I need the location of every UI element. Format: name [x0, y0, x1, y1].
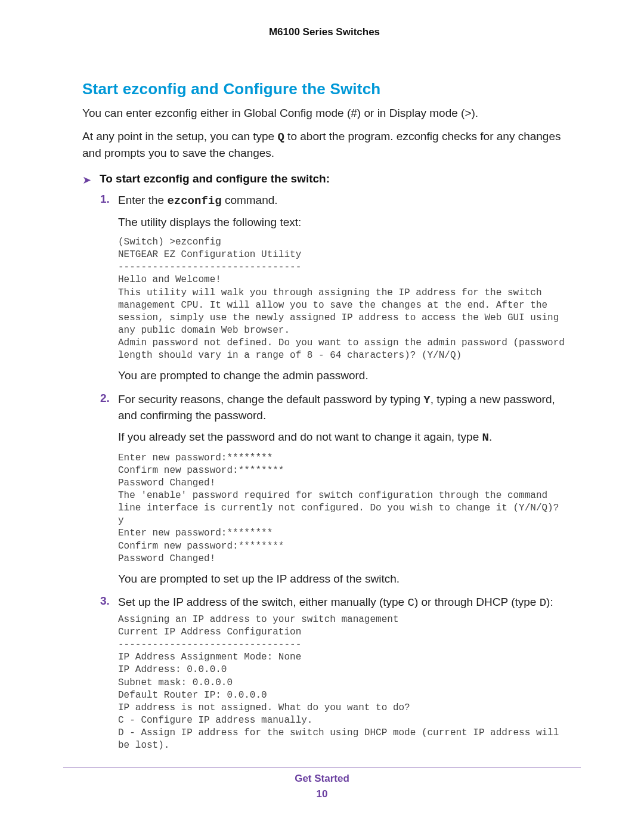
- intro-2-code: Q: [277, 131, 284, 144]
- intro-para-1: You can enter ezconfig either in Global …: [82, 106, 566, 120]
- step-1: 1. Enter the ezconfig command. The utili…: [100, 193, 566, 383]
- step-3-code2: D: [540, 596, 546, 609]
- page-footer: Get Started 10: [0, 773, 644, 800]
- procedure-title: To start ezconfig and configure the swit…: [100, 172, 330, 185]
- procedure-heading: ➤ To start ezconfig and configure the sw…: [82, 172, 566, 185]
- document-page: M6100 Series Switches Start ezconfig and…: [0, 0, 644, 833]
- step-2-sub1-a: If you already set the password and do n…: [118, 431, 482, 443]
- step-3-text-b: ) or through DHCP (type: [414, 596, 540, 608]
- step-2-sub1-code: N: [482, 431, 489, 444]
- footer-page-number: 10: [317, 788, 328, 800]
- intro-2a: At any point in the setup, you can type: [82, 130, 277, 143]
- step-2-sub1-b: .: [489, 431, 492, 443]
- section-title: Start ezconfig and Configure the Switch: [82, 80, 566, 98]
- footer-rule: [63, 767, 581, 767]
- step-2-console: Enter new password:******** Confirm new …: [118, 452, 566, 565]
- chevron-right-icon: ➤: [82, 175, 91, 185]
- step-1-console: (Switch) >ezconfig NETGEAR EZ Configurat…: [118, 236, 566, 362]
- step-1-text-b: command.: [222, 194, 278, 206]
- step-1-text: Enter the ezconfig command.: [118, 193, 566, 209]
- step-3-code1: C: [407, 596, 414, 609]
- step-3-text-c: ):: [546, 596, 553, 608]
- step-2: 2. For security reasons, change the defa…: [100, 392, 566, 587]
- step-3: 3. Set up the IP address of the switch, …: [100, 594, 566, 752]
- step-2-sub1: If you already set the password and do n…: [118, 429, 566, 446]
- step-number: 2.: [100, 392, 110, 405]
- step-2-sub2: You are prompted to set up the IP addres…: [118, 571, 566, 587]
- step-1-code: ezconfig: [167, 194, 221, 208]
- step-2-text: For security reasons, change the default…: [118, 392, 566, 423]
- step-3-console: Assigning an IP address to your switch m…: [118, 614, 566, 752]
- running-header: M6100 Series Switches: [82, 26, 566, 38]
- step-3-text: Set up the IP address of the switch, eit…: [118, 594, 566, 611]
- footer-label: Get Started: [0, 773, 644, 785]
- procedure-steps: 1. Enter the ezconfig command. The utili…: [82, 193, 566, 752]
- step-number: 1.: [100, 193, 110, 206]
- step-number: 3.: [100, 594, 110, 608]
- step-2-code1: Y: [423, 394, 430, 407]
- step-1-sub2: You are prompted to change the admin pas…: [118, 368, 566, 383]
- step-2-text-a: For security reasons, change the default…: [118, 393, 423, 405]
- step-1-text-a: Enter the: [118, 194, 167, 206]
- step-1-sub1: The utility displays the following text:: [118, 215, 566, 230]
- intro-para-2: At any point in the setup, you can type …: [82, 129, 566, 160]
- step-3-text-a: Set up the IP address of the switch, eit…: [118, 596, 407, 608]
